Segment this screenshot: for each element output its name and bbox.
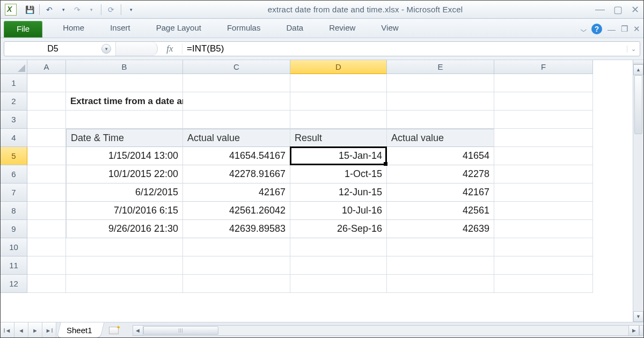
formula-bar-expand-icon[interactable]: ⌄	[627, 46, 640, 53]
scroll-down-icon[interactable]: ▼	[633, 311, 643, 322]
col-header-C[interactable]: C	[183, 60, 290, 74]
cell-F9[interactable]	[494, 220, 593, 238]
cell-D10[interactable]	[290, 238, 387, 256]
cell-D4[interactable]: Result	[290, 129, 387, 147]
qat-customize-icon[interactable]: ▾	[127, 5, 135, 14]
cell-F7[interactable]	[494, 183, 593, 202]
cell-C2[interactable]	[183, 92, 290, 111]
cell-E12[interactable]	[387, 275, 494, 293]
row-header-2[interactable]: 2	[1, 92, 27, 111]
cell-C11[interactable]	[183, 256, 290, 275]
cell-E11[interactable]	[387, 256, 494, 275]
vertical-scroll-thumb[interactable]	[634, 75, 642, 134]
tab-insert[interactable]: Insert	[97, 20, 143, 38]
cell-B4[interactable]: Date & Time	[66, 129, 183, 147]
cell-B9[interactable]: 9/26/2016 21:30	[66, 220, 183, 238]
cell-E9[interactable]: 42639	[387, 220, 494, 238]
cell-A6[interactable]	[27, 165, 66, 183]
cell-D3[interactable]	[290, 111, 387, 129]
row-header-8[interactable]: 8	[1, 202, 27, 220]
redo-dropdown-icon[interactable]: ▾	[87, 5, 96, 14]
row-header-6[interactable]: 6	[1, 165, 27, 183]
row-header-12[interactable]: 12	[1, 275, 27, 293]
sheet-nav-last-icon[interactable]: ►I	[42, 322, 56, 338]
cell-D5[interactable]: 15-Jan-14	[290, 147, 387, 165]
cell-A5[interactable]	[27, 147, 66, 165]
col-header-D[interactable]: D	[290, 60, 387, 74]
cell-D9[interactable]: 26-Sep-16	[290, 220, 387, 238]
cell-B3[interactable]	[66, 111, 183, 129]
close-icon[interactable]: ✕	[631, 4, 639, 16]
cell-D12[interactable]	[290, 275, 387, 293]
cell-D1[interactable]	[290, 74, 387, 92]
scroll-left-icon[interactable]: ◀	[133, 325, 143, 336]
tab-formulas[interactable]: Formulas	[214, 20, 274, 38]
cell-B11[interactable]	[66, 256, 183, 275]
cell-D6[interactable]: 1-Oct-15	[290, 165, 387, 183]
cell-E10[interactable]	[387, 238, 494, 256]
cell-D2[interactable]	[290, 92, 387, 111]
cell-C5[interactable]: 41654.54167	[183, 147, 290, 165]
cell-F1[interactable]	[494, 74, 593, 92]
cell-A11[interactable]	[27, 256, 66, 275]
cell-A10[interactable]	[27, 238, 66, 256]
cell-C10[interactable]	[183, 238, 290, 256]
cell-B6[interactable]: 10/1/2015 22:00	[66, 165, 183, 183]
row-header-5[interactable]: 5	[1, 147, 27, 165]
horizontal-scroll-thumb[interactable]	[143, 326, 218, 335]
cell-A4[interactable]	[27, 129, 66, 147]
cell-A2[interactable]	[27, 92, 66, 111]
insert-sheet-icon[interactable]	[106, 322, 122, 338]
row-header-9[interactable]: 9	[1, 220, 27, 238]
row-header-3[interactable]: 3	[1, 111, 27, 129]
undo-icon[interactable]: ↶	[45, 5, 54, 14]
row-header-11[interactable]: 11	[1, 256, 27, 275]
cell-F6[interactable]	[494, 165, 593, 183]
scroll-up-icon[interactable]: ▲	[633, 64, 643, 75]
cell-E7[interactable]: 42167	[387, 183, 494, 202]
name-box-dropdown-icon[interactable]: ▾	[101, 44, 111, 54]
cell-F2[interactable]	[494, 92, 593, 111]
cell-B12[interactable]	[66, 275, 183, 293]
cell-C3[interactable]	[183, 111, 290, 129]
cell-F3[interactable]	[494, 111, 593, 129]
cell-F8[interactable]	[494, 202, 593, 220]
cell-B2[interactable]: Extract time from a date and time	[66, 92, 183, 111]
row-header-1[interactable]: 1	[1, 74, 27, 92]
cell-E1[interactable]	[387, 74, 494, 92]
sheet-nav-next-icon[interactable]: ►	[28, 322, 42, 338]
minimize-icon[interactable]: ―	[595, 4, 605, 16]
cell-E5[interactable]: 41654	[387, 147, 494, 165]
tab-home[interactable]: Home	[50, 20, 97, 38]
cell-A3[interactable]	[27, 111, 66, 129]
cell-B10[interactable]	[66, 238, 183, 256]
cell-F10[interactable]	[494, 238, 593, 256]
redo-icon[interactable]: ↷	[73, 5, 82, 14]
workbook-minimize-icon[interactable]: ―	[608, 25, 616, 34]
cell-C1[interactable]	[183, 74, 290, 92]
cell-F4[interactable]	[494, 129, 593, 147]
sheet-nav-prev-icon[interactable]: ◄	[14, 322, 28, 338]
formula-input[interactable]	[182, 42, 627, 56]
name-box[interactable]: D5 ▾	[4, 42, 116, 56]
cell-B5[interactable]: 1/15/2014 13:00	[66, 147, 183, 165]
cell-A7[interactable]	[27, 183, 66, 202]
file-tab[interactable]: File	[4, 21, 42, 38]
vertical-split-handle[interactable]	[639, 325, 643, 336]
select-all-corner[interactable]	[1, 60, 27, 74]
cell-F5[interactable]	[494, 147, 593, 165]
cell-B7[interactable]: 6/12/2015	[66, 183, 183, 202]
cell-F11[interactable]	[494, 256, 593, 275]
tab-data[interactable]: Data	[273, 20, 316, 38]
horizontal-split-handle[interactable]	[633, 60, 643, 64]
cell-A8[interactable]	[27, 202, 66, 220]
cell-E4[interactable]: Actual value	[387, 129, 494, 147]
scroll-right-icon[interactable]: ▶	[628, 325, 639, 336]
tab-review[interactable]: Review	[316, 20, 368, 38]
cell-A1[interactable]	[27, 74, 66, 92]
col-header-B[interactable]: B	[66, 60, 183, 74]
col-header-A[interactable]: A	[27, 60, 66, 74]
tab-page-layout[interactable]: Page Layout	[143, 20, 214, 38]
save-icon[interactable]: 💾	[25, 5, 34, 14]
cell-C12[interactable]	[183, 275, 290, 293]
